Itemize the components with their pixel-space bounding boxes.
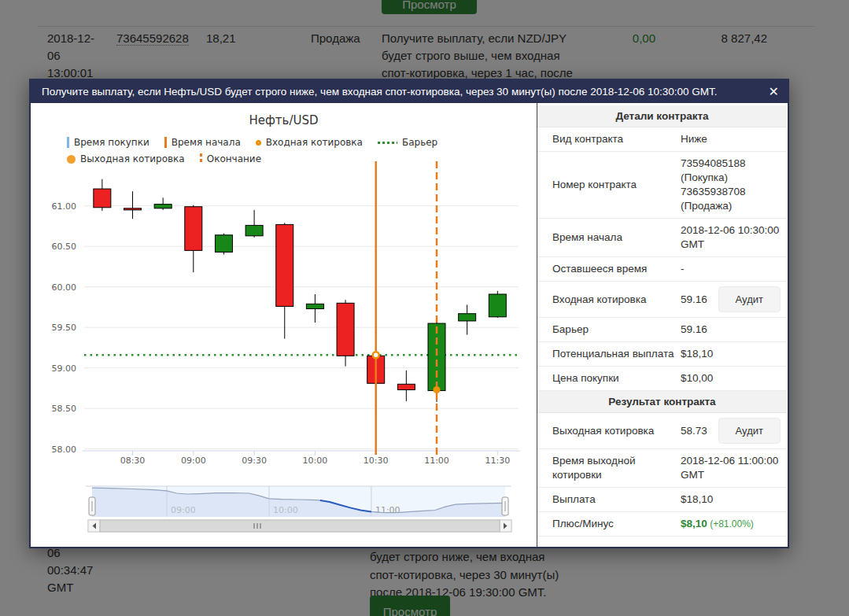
- contract-details-modal: Получите выплату, если Нефть/USD будет с…: [29, 79, 789, 548]
- details-row-label: Потенциальная выплата: [552, 347, 681, 361]
- details-row-label: Выплата: [552, 492, 681, 507]
- details-row: Выплата$18,10: [537, 488, 787, 512]
- details-row-label: Входная котировка: [552, 293, 681, 307]
- details-row-label: Номер контракта: [552, 178, 681, 192]
- trading-history-page: Просмотр 2018-12- 06 13:00:01 7364559262…: [0, 0, 849, 616]
- svg-text:11:00: 11:00: [424, 456, 449, 466]
- scrollbar-thumb[interactable]: [100, 520, 500, 532]
- modal-header: Получите выплату, если Нефть/USD будет с…: [31, 80, 788, 103]
- svg-text:59.50: 59.50: [52, 323, 77, 333]
- chart-scrollbar[interactable]: [88, 520, 511, 532]
- details-row: Входная котировка59.16Аудит: [537, 282, 787, 318]
- candle-up: [245, 225, 263, 235]
- details-row-label: Время начала: [552, 231, 681, 245]
- details-row: Вид контрактаНиже: [537, 127, 787, 152]
- details-row-value: $18,10: [681, 492, 781, 507]
- svg-text:61.00: 61.00: [52, 201, 77, 212]
- details-row-value: 59.16: [681, 293, 718, 307]
- svg-text:59.00: 59.00: [52, 363, 77, 374]
- candle-down: [185, 207, 202, 251]
- svg-text:60.50: 60.50: [52, 242, 77, 252]
- candlestick-plot: [94, 179, 506, 415]
- candlestick-chart-canvas[interactable]: 61.0060.5060.0059.5059.0058.5058.0008:30…: [31, 103, 537, 547]
- details-row: Барьер59.16: [537, 318, 787, 342]
- candle-down: [94, 189, 111, 208]
- details-row-value: $10,00: [681, 371, 781, 385]
- details-row-value: -: [681, 262, 781, 276]
- details-row-value: Ниже: [681, 132, 781, 146]
- candle-up: [306, 304, 323, 308]
- svg-text:09:30: 09:30: [242, 456, 267, 466]
- details-section-header: Детали контракта: [537, 105, 787, 127]
- details-row-value: 73594085188(Покупка)73635938708(Продажа): [681, 157, 781, 213]
- svg-text:58.50: 58.50: [52, 404, 77, 414]
- audit-button[interactable]: Аудит: [718, 418, 781, 444]
- details-row-value: 2018-12-06 11:00:00GMT: [681, 454, 781, 482]
- svg-text:10:30: 10:30: [364, 456, 389, 466]
- candle-up: [154, 205, 172, 208]
- details-row-label: Плюс/Минус: [552, 517, 681, 531]
- details-row-label: Барьер: [552, 323, 681, 337]
- contract-chart: Нефть/USD Время покупкиВремя началаВходн…: [31, 103, 537, 547]
- details-section-header: Результат контракта: [537, 391, 787, 413]
- chart-navigator[interactable]: 09:0010:0011:00: [86, 486, 511, 517]
- details-row-value: 58.73: [681, 424, 718, 438]
- details-row-label: Вид контракта: [552, 132, 681, 146]
- close-icon[interactable]: ✕: [769, 80, 779, 103]
- details-row-value: 2018-12-06 10:30:00GMT: [681, 223, 781, 252]
- details-row: Цена покупки$10,00: [537, 367, 787, 391]
- details-row-value: $8,10 (+81.00%): [681, 517, 781, 531]
- candle-up: [489, 294, 506, 317]
- details-row-label: Выходная котировка: [552, 424, 681, 438]
- details-row-value: 59.16: [681, 323, 781, 337]
- candle-down: [397, 384, 415, 389]
- details-row: Выходная котировка58.73Аудит: [537, 413, 787, 449]
- audit-button[interactable]: Аудит: [718, 286, 781, 312]
- details-row: Время начала2018-12-06 10:30:00GMT: [537, 219, 787, 257]
- candle-up: [215, 235, 232, 253]
- svg-text:08:30: 08:30: [120, 456, 146, 466]
- svg-text:58.00: 58.00: [52, 444, 77, 455]
- svg-text:60.00: 60.00: [52, 282, 77, 293]
- svg-text:11:30: 11:30: [485, 456, 510, 466]
- details-row: Потенциальная выплата$18,10: [537, 342, 787, 367]
- details-row: Оставшееся время-: [537, 257, 787, 282]
- candle-up: [459, 314, 476, 321]
- details-row: Плюс/Минус$8,10 (+81.00%): [537, 512, 787, 537]
- details-row-value: $18,10: [681, 347, 781, 361]
- entry-spot-marker: [373, 352, 379, 358]
- contract-details-panel: Детали контрактаВид контрактаНижеНомер к…: [537, 103, 787, 547]
- svg-text:09:00: 09:00: [181, 456, 206, 466]
- details-row-label: Цена покупки: [552, 371, 681, 385]
- x-axis: 08:3009:0009:3010:0010:3011:0011:30: [83, 451, 520, 466]
- details-row: Номер контракта73594085188(Покупка)73635…: [537, 152, 787, 219]
- candle-down: [276, 224, 293, 306]
- candle-down: [124, 208, 142, 210]
- candle-down: [337, 303, 354, 356]
- svg-text:10:00: 10:00: [303, 456, 328, 466]
- modal-title: Получите выплату, если Нефть/USD будет с…: [42, 86, 718, 98]
- details-row-label: Время выходной котировки: [552, 454, 681, 482]
- exit-spot-marker: [434, 386, 441, 393]
- details-row: Время выходной котировки2018-12-06 11:00…: [537, 449, 787, 488]
- details-row-label: Оставшееся время: [552, 262, 681, 276]
